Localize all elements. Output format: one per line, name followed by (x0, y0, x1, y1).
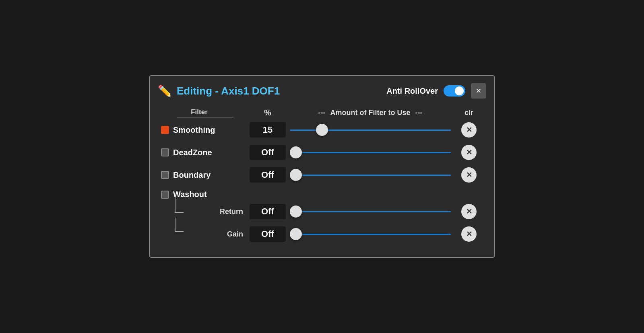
smoothing-value[interactable]: 15 (250, 122, 286, 138)
deadzone-value[interactable]: Off (250, 145, 286, 160)
return-slider[interactable] (286, 211, 455, 212)
washout-checkbox[interactable] (161, 191, 169, 199)
anti-rollover-toggle[interactable] (444, 85, 465, 97)
dash-left: --- (318, 109, 326, 117)
deadzone-row: DeadZone Off ✕ (159, 143, 485, 162)
filter-label: Filter (161, 108, 250, 116)
boundary-slider[interactable] (286, 175, 455, 176)
gain-clear-button[interactable]: ✕ (461, 226, 477, 242)
smoothing-clear-button[interactable]: ✕ (461, 122, 477, 138)
return-value[interactable]: Off (250, 204, 286, 219)
editing-dialog: ✏️ Editing - Axis1 DOF1 Anti RollOver × … (149, 75, 495, 258)
filter-column-header: Filter (161, 108, 250, 117)
content-area: Filter % --- Amount of Filter to Use ---… (150, 104, 494, 257)
gain-track (290, 234, 451, 235)
washout-header: Washout (159, 188, 485, 201)
title-left: ✏️ Editing - Axis1 DOF1 (158, 84, 280, 98)
close-button[interactable]: × (471, 83, 486, 99)
deadzone-track (290, 152, 451, 153)
boundary-checkbox[interactable] (161, 171, 169, 179)
dash-right: --- (415, 109, 423, 117)
smoothing-track (290, 130, 451, 131)
smoothing-slider[interactable] (286, 130, 455, 131)
pencil-icon: ✏️ (158, 84, 172, 98)
deadzone-thumb[interactable] (290, 146, 302, 158)
return-label: Return (185, 208, 250, 216)
gain-thumb[interactable] (290, 228, 302, 240)
return-thumb[interactable] (290, 206, 302, 218)
percent-header: % (250, 108, 286, 117)
toggle-knob (455, 86, 464, 95)
deadzone-slider[interactable] (286, 152, 455, 153)
clr-header: clr (455, 109, 483, 117)
smoothing-name: Smoothing (161, 125, 250, 135)
boundary-clear-button[interactable]: ✕ (461, 167, 477, 183)
title-right: Anti RollOver × (386, 83, 486, 99)
smoothing-row: Smoothing 15 ✕ (159, 121, 485, 139)
deadzone-clear-button[interactable]: ✕ (461, 145, 477, 160)
gain-slider[interactable] (286, 234, 455, 235)
title-bar: ✏️ Editing - Axis1 DOF1 Anti RollOver × (150, 76, 494, 104)
gain-value[interactable]: Off (250, 226, 286, 242)
boundary-row: Boundary Off ✕ (159, 166, 485, 184)
amount-header: --- Amount of Filter to Use --- (286, 109, 455, 117)
smoothing-thumb[interactable] (316, 124, 328, 136)
return-clear-button[interactable]: ✕ (461, 204, 477, 219)
smoothing-checkbox[interactable] (161, 126, 169, 134)
washout-children: Return Off ✕ Gain Off ✕ (159, 202, 485, 243)
return-tree-line (175, 195, 184, 213)
gain-tree-line (175, 218, 184, 232)
deadzone-name: DeadZone (161, 148, 250, 157)
header-row: Filter % --- Amount of Filter to Use ---… (159, 108, 485, 117)
deadzone-label: DeadZone (173, 148, 212, 157)
amount-label: Amount of Filter to Use (330, 109, 411, 117)
boundary-track (290, 175, 451, 176)
return-row: Return Off ✕ (184, 202, 485, 221)
gain-row: Gain Off ✕ (184, 225, 485, 243)
gain-label: Gain (185, 230, 250, 238)
filter-underline (177, 117, 233, 117)
anti-rollover-label: Anti RollOver (386, 86, 438, 96)
boundary-thumb[interactable] (290, 169, 302, 181)
boundary-label: Boundary (173, 171, 211, 180)
boundary-value[interactable]: Off (250, 167, 286, 183)
return-track (290, 211, 451, 212)
boundary-name: Boundary (161, 171, 250, 180)
smoothing-label: Smoothing (173, 125, 215, 135)
deadzone-checkbox[interactable] (161, 148, 169, 156)
dialog-title: Editing - Axis1 DOF1 (177, 85, 280, 97)
